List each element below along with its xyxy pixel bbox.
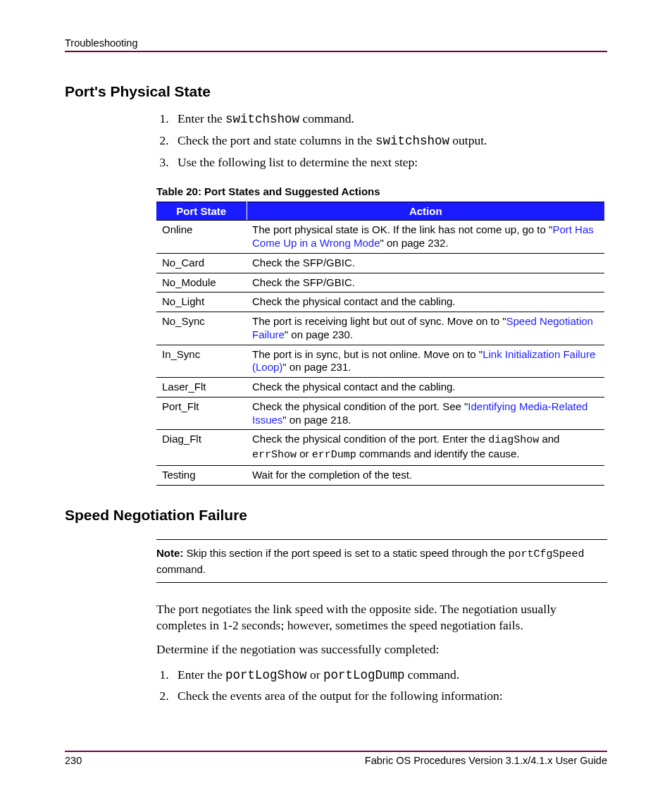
section1-steps: Enter the switchshow command. Check the … [156, 109, 607, 173]
table-caption: Table 20: Port States and Suggested Acti… [156, 185, 607, 197]
cell-state: No_Light [156, 292, 247, 312]
table-row: No_Light Check the physical contact and … [156, 292, 604, 312]
heading-ports-physical-state: Port's Physical State [65, 83, 607, 100]
command-text: portLogDump [323, 668, 405, 682]
table-row: Diag_Flt Check the physical condition of… [156, 430, 604, 466]
step-text: command. [299, 111, 354, 125]
note-text: command. [156, 563, 206, 575]
table-row: No_Module Check the SFP/GBIC. [156, 273, 604, 292]
step-text: Check the port and state columns in the [178, 133, 375, 147]
table-row: In_Sync The port is in sync, but is not … [156, 345, 604, 378]
cell-action: The port is in sync, but is not online. … [247, 345, 604, 378]
section2-steps: Enter the portLogShow or portLogDump com… [156, 665, 607, 706]
cell-action: The port is receiving light but out of s… [247, 312, 604, 345]
table-row: No_Sync The port is receiving light but … [156, 312, 604, 345]
col-action: Action [247, 202, 604, 221]
table-row: No_Card Check the SFP/GBIC. [156, 253, 604, 273]
page-footer: 230 Fabric OS Procedures Version 3.1.x/4… [65, 751, 607, 766]
cell-action: Check the physical contact and the cabli… [247, 378, 604, 398]
note-text: Skip this section if the port speed is s… [183, 547, 508, 559]
table-row: Online The port physical state is OK. If… [156, 221, 604, 254]
step-text: Check the events area of the output for … [178, 689, 503, 703]
table-header-row: Port State Action [156, 202, 604, 221]
cell-action: The port physical state is OK. If the li… [247, 221, 604, 254]
cell-state: No_Sync [156, 312, 247, 345]
command-text: errShow [252, 449, 297, 461]
cell-action: Check the physical condition of the port… [247, 397, 604, 430]
chapter-name: Troubleshooting [65, 37, 137, 49]
section1-content: Enter the switchshow command. Check the … [156, 109, 607, 486]
paragraph: The port negotiates the link speed with … [156, 601, 607, 634]
cell-action: Check the SFP/GBIC. [247, 253, 604, 273]
doc-title: Fabric OS Procedures Version 3.1.x/4.1.x… [365, 755, 607, 766]
cell-state: Online [156, 221, 247, 254]
step-2: Check the events area of the output for … [172, 686, 607, 706]
step-text: Enter the [178, 111, 225, 125]
step-text: output. [449, 133, 487, 147]
command-text: switchshow [375, 134, 449, 148]
cell-state: Port_Flt [156, 397, 247, 430]
command-text: portLogShow [225, 668, 307, 682]
cell-action: Check the physical contact and the cabli… [247, 292, 604, 312]
port-states-table: Port State Action Online The port physic… [156, 202, 604, 485]
command-text: portCfgSpeed [508, 548, 584, 560]
step-text: or [307, 667, 323, 682]
step-1: Enter the portLogShow or portLogDump com… [172, 665, 607, 686]
heading-speed-negotiation-failure: Speed Negotiation Failure [65, 507, 607, 524]
section2-content: Note: Skip this section if the port spee… [156, 539, 607, 707]
step-1: Enter the switchshow command. [172, 109, 607, 130]
note-box: Note: Skip this section if the port spee… [156, 539, 607, 583]
step-3: Use the following list to determine the … [172, 152, 607, 173]
cell-action: Check the SFP/GBIC. [247, 273, 604, 292]
cell-state: In_Sync [156, 345, 247, 378]
cell-state: No_Card [156, 253, 247, 273]
command-text: errDump [312, 449, 356, 461]
cell-state: No_Module [156, 273, 247, 292]
table-row: Laser_Flt Check the physical contact and… [156, 378, 604, 398]
cell-state: Laser_Flt [156, 378, 247, 398]
step-text: Use the following list to determine the … [178, 155, 418, 169]
table-row: Testing Wait for the completion of the t… [156, 465, 604, 485]
page: Troubleshooting Port's Physical State En… [0, 0, 672, 807]
cell-action: Wait for the completion of the test. [247, 465, 604, 485]
page-number: 230 [65, 755, 82, 766]
step-text: command. [404, 667, 459, 682]
step-text: Enter the [178, 667, 225, 682]
cell-action: Check the physical condition of the port… [247, 430, 604, 466]
note-label: Note: [156, 547, 183, 559]
step-2: Check the port and state columns in the … [172, 130, 607, 152]
table-row: Port_Flt Check the physical condition of… [156, 397, 604, 430]
command-text: diagShow [488, 434, 539, 446]
cell-state: Diag_Flt [156, 430, 247, 466]
col-port-state: Port State [156, 202, 247, 221]
paragraph: Determine if the negotiation was success… [156, 641, 607, 658]
cell-state: Testing [156, 465, 247, 485]
page-header: Troubleshooting [65, 37, 607, 52]
command-text: switchshow [225, 112, 299, 126]
